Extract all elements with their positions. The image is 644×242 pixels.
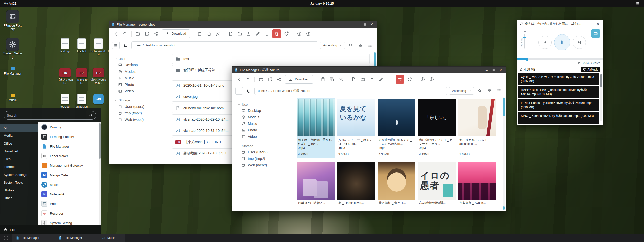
text-edit-button[interactable] bbox=[263, 29, 271, 38]
file-tile[interactable]: 命に嫌われている + acoustic co... 1.69MB bbox=[458, 98, 496, 158]
category-system-tools[interactable]: System Tools bbox=[0, 179, 38, 186]
up-button[interactable] bbox=[121, 29, 129, 38]
info-button[interactable] bbox=[295, 29, 304, 38]
file-tile-selected[interactable]: 例えば、今此処に置かれた花に _ 164... .mp3 4.99MB bbox=[297, 98, 335, 158]
maximize-button[interactable] bbox=[362, 22, 368, 27]
cast-button[interactable] bbox=[591, 29, 600, 38]
sidebar-section-storage[interactable]: Storage bbox=[237, 144, 293, 148]
volume-up[interactable]: + bbox=[524, 30, 526, 33]
cut-button[interactable] bbox=[213, 29, 222, 38]
open-external-button[interactable] bbox=[143, 29, 151, 38]
app-launcher-button[interactable] bbox=[0, 234, 12, 242]
category-other[interactable]: Other bbox=[0, 194, 38, 202]
help-button[interactable] bbox=[304, 29, 313, 38]
copy-button[interactable] bbox=[204, 29, 213, 38]
category-utilities[interactable]: Utilities bbox=[0, 186, 38, 194]
upload-button[interactable] bbox=[244, 29, 253, 38]
search-button[interactable] bbox=[476, 87, 484, 95]
category-all[interactable]: All bbox=[0, 124, 38, 132]
category-download[interactable]: Download bbox=[0, 147, 38, 155]
rename-button[interactable] bbox=[377, 75, 385, 84]
taskbar-item-file-manager-1[interactable]: File Manager bbox=[12, 234, 54, 242]
info-button[interactable] bbox=[418, 75, 427, 84]
sidebar-item-photo[interactable]: Photo bbox=[114, 81, 170, 88]
next-track-button[interactable] bbox=[573, 36, 586, 49]
minimize-button[interactable]: – bbox=[588, 21, 593, 26]
taskbar-item-file-manager-2[interactable]: File Manager bbox=[54, 234, 97, 242]
desktop-file-hello-world-txt[interactable]: Hello World.txt bbox=[90, 38, 107, 56]
app-item-label-maker[interactable]: Label Maker bbox=[38, 151, 101, 161]
file-tile[interactable]: 君が夜の海に還るまで _ こんにちは谷田... .mp3 4.35MB bbox=[377, 98, 416, 158]
download-button[interactable]: Download bbox=[162, 29, 190, 38]
category-files[interactable]: Files bbox=[0, 155, 38, 163]
up-button[interactable] bbox=[244, 75, 252, 84]
file-row[interactable]: test bbox=[172, 54, 370, 64]
sidebar-section-user[interactable]: User bbox=[237, 102, 293, 106]
new-file-button[interactable] bbox=[226, 29, 235, 38]
title-bar[interactable]: File Manager - screenshot – ✕ bbox=[109, 21, 377, 28]
share-button[interactable] bbox=[275, 75, 283, 84]
desktop-icon-file-manager[interactable]: File Manager bbox=[3, 65, 22, 75]
desktop-file-fly-me-to[interactable]: HD Fly Me To T... bbox=[74, 67, 90, 85]
view-toggle-button[interactable] bbox=[112, 42, 120, 49]
category-internet[interactable]: Internet bbox=[0, 163, 38, 171]
desktop-file-test-agi[interactable]: test.agi bbox=[57, 38, 73, 53]
minimize-button[interactable]: – bbox=[355, 22, 361, 27]
delete-button[interactable] bbox=[272, 29, 281, 38]
paste-button[interactable] bbox=[318, 75, 327, 84]
volume-down[interactable]: − bbox=[524, 49, 526, 53]
playlist-item[interactable]: HAPPY BIRTHDAY _ back number cover. by柘榴… bbox=[518, 86, 599, 98]
category-office[interactable]: Office bbox=[0, 140, 38, 147]
breadcrumb[interactable]: user: / Desktop / screenshot bbox=[131, 41, 318, 49]
playlist-scrollbar[interactable] bbox=[600, 74, 602, 121]
scrollbar-down-button[interactable] bbox=[503, 206, 505, 210]
text-edit-button[interactable] bbox=[386, 75, 394, 84]
refresh-button[interactable] bbox=[405, 75, 414, 84]
playlist-item[interactable]: In Your Hands _ yusukeP cover. by 柘榴-zak… bbox=[518, 99, 599, 112]
sidebar-item-music[interactable]: Music bbox=[114, 75, 170, 81]
system-brand[interactable]: My ArOZ bbox=[4, 2, 16, 5]
theme-toggle-button[interactable] bbox=[122, 42, 129, 49]
upload-button[interactable] bbox=[368, 75, 376, 84]
title-bar[interactable]: File Manager - 柘榴-zakuro- – ✕ bbox=[232, 67, 506, 73]
desktop-file-test-bat[interactable]: test.bat bbox=[74, 38, 90, 53]
scrollbar-thumb[interactable] bbox=[99, 123, 101, 159]
file-tile[interactable]: イロの愚者 忘却感傷代償連盟... bbox=[418, 162, 456, 211]
copy-button[interactable] bbox=[328, 75, 336, 84]
download-button[interactable]: Download bbox=[285, 75, 313, 84]
minimize-button[interactable]: – bbox=[484, 67, 490, 73]
topbar-menu-button[interactable] bbox=[636, 1, 640, 5]
desktop-file-output-log[interactable]: output.log bbox=[74, 94, 90, 108]
sidebar-item-models[interactable]: Models bbox=[237, 114, 293, 120]
sidebar-item-desktop[interactable]: Desktop bbox=[237, 107, 293, 114]
close-button[interactable]: ✕ bbox=[369, 22, 375, 27]
app-item-file-manager[interactable]: File Manager bbox=[38, 142, 101, 151]
sidebar-item-tmp-drive[interactable]: tmp (tmp:/) bbox=[114, 110, 170, 116]
paste-button[interactable] bbox=[195, 29, 204, 38]
taskbar-item-music[interactable]: Music bbox=[97, 234, 125, 242]
volume-slider[interactable]: + − Volume bbox=[520, 30, 529, 56]
playlist-item[interactable]: KING _ Kanaria cover. by 柘榴-zakuro-.mp3 … bbox=[518, 112, 599, 124]
app-item-photo[interactable]: Photo bbox=[38, 199, 101, 209]
file-tile[interactable]: 密室東京 _ Avase... bbox=[458, 162, 496, 211]
new-file-button[interactable] bbox=[349, 75, 358, 84]
sidebar-item-music[interactable]: Music bbox=[237, 120, 293, 127]
app-item-ffmpeg-factory[interactable]: FFmpeg Factory bbox=[38, 132, 101, 142]
grid-view-button[interactable] bbox=[486, 87, 493, 95]
app-item-management-gateway[interactable]: Management Gateway bbox=[38, 161, 101, 170]
sidebar-item-user-drive[interactable]: User (user:/) bbox=[237, 149, 293, 155]
sidebar-item-models[interactable]: Models bbox=[114, 68, 170, 75]
sort-select[interactable]: Ascending bbox=[449, 87, 474, 95]
sidebar-item-desktop[interactable]: Desktop bbox=[114, 62, 170, 68]
category-system-settings[interactable]: System Settings bbox=[0, 171, 38, 179]
file-tile[interactable]: 夢 _ HamP cover... bbox=[337, 162, 375, 211]
file-tile[interactable]: 藍と薄桜 _ 青々月... bbox=[377, 162, 416, 211]
desktop-file-test-log[interactable]: test.log bbox=[57, 94, 73, 108]
app-item-music[interactable]: Music bbox=[38, 180, 101, 189]
open-external-button[interactable] bbox=[266, 75, 274, 84]
sidebar-item-user-drive[interactable]: User (user:/) bbox=[114, 103, 170, 110]
app-item-recorder[interactable]: Recorder bbox=[38, 209, 101, 218]
app-item-dummy[interactable]: Dummy bbox=[38, 122, 101, 132]
search-box[interactable] bbox=[4, 111, 96, 120]
sort-select[interactable]: Ascending bbox=[320, 42, 345, 49]
